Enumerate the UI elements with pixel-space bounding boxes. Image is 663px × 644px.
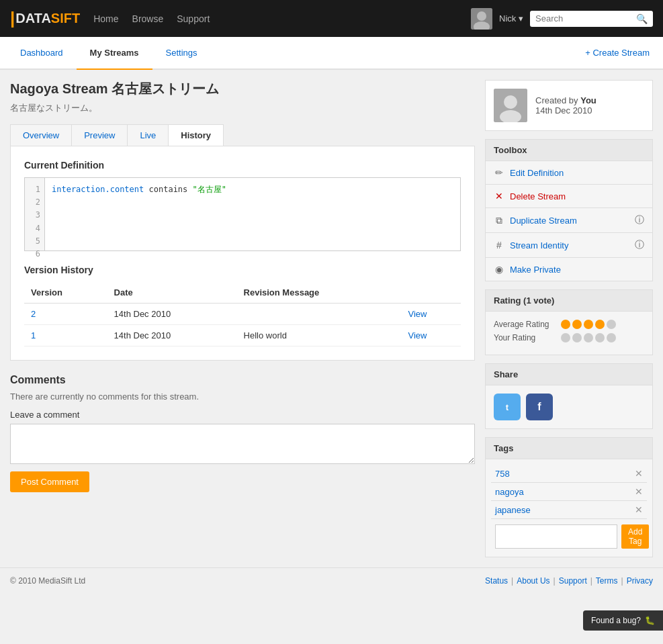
logo-bar: |: [10, 8, 15, 29]
tags-box: Tags 758 ✕ nagoya ✕ japanese ✕ Add Tag: [485, 437, 653, 557]
toolbox: Toolbox ✏ Edit Definition ✕ Delete Strea…: [485, 139, 653, 281]
tag-link-japanese[interactable]: japanese: [495, 505, 531, 515]
tab-history[interactable]: History: [169, 125, 223, 146]
footer-about[interactable]: About Us: [517, 576, 549, 586]
comment-input[interactable]: [10, 424, 475, 464]
tab-settings[interactable]: Settings: [152, 37, 211, 70]
avg-star-3[interactable]: [584, 320, 593, 329]
create-stream-button[interactable]: + Create Stream: [578, 37, 656, 68]
rating-box: Rating (1 vote) Average Rating Your Rati…: [485, 289, 653, 355]
tab-my-streams[interactable]: My Streams: [77, 37, 152, 70]
footer-links: Status | About Us | Support | Terms | Pr…: [485, 576, 653, 586]
col-date: Date: [107, 282, 237, 304]
avg-star-2[interactable]: [572, 320, 582, 329]
logo: | DATASIFT: [10, 8, 80, 29]
content-area: Current Definition 1 2 3 4 5 6 interacti…: [10, 146, 475, 361]
version-link-1[interactable]: 1: [31, 330, 36, 340]
avg-star-5[interactable]: [607, 320, 616, 329]
line-num-2: 2: [29, 196, 40, 209]
version-date-2: 14th Dec 2010: [107, 304, 237, 325]
logo-sift: SIFT: [51, 11, 80, 26]
facebook-share-button[interactable]: f: [526, 394, 553, 420]
duplicate-stream-button[interactable]: ⧉ Duplicate Stream ⓘ: [486, 208, 652, 233]
delete-stream-button[interactable]: ✕ Delete Stream: [486, 185, 652, 208]
make-private-button[interactable]: ◉ Make Private: [486, 258, 652, 281]
tags-header: Tags: [486, 438, 652, 459]
average-stars: [561, 320, 616, 329]
your-star-1[interactable]: [561, 333, 570, 342]
line-num-3: 3: [29, 209, 40, 222]
stream-identity-button[interactable]: # Stream Identity ⓘ: [486, 233, 652, 258]
tab-dashboard[interactable]: Dashboard: [7, 37, 77, 70]
tags-content: 758 ✕ nagoya ✕ japanese ✕ Add Tag: [486, 459, 652, 557]
duplicate-stream-label: Duplicate Stream: [510, 216, 635, 226]
tab-preview[interactable]: Preview: [72, 125, 128, 146]
creator-by: Created by You: [535, 95, 596, 105]
code-text: interaction.content: [52, 185, 144, 194]
tab-overview[interactable]: Overview: [11, 125, 72, 146]
page-subtitle: 名古屋なストリーム。: [10, 102, 475, 114]
post-comment-button[interactable]: Post Comment: [10, 471, 89, 492]
logo-data: DATA: [15, 11, 51, 26]
search-input[interactable]: [535, 13, 636, 24]
footer-privacy[interactable]: Privacy: [627, 576, 653, 586]
your-star-2[interactable]: [572, 333, 582, 342]
your-stars: [561, 333, 616, 342]
col-action: [401, 282, 461, 304]
make-private-label: Make Private: [510, 265, 644, 275]
average-rating-row: Average Rating: [494, 320, 644, 329]
user-menu[interactable]: Nick ▾: [499, 13, 523, 24]
version-message-1: Hello world: [237, 325, 402, 347]
left-panel: Nagoya Stream 名古屋ストリーム 名古屋なストリーム。 Overvi…: [10, 80, 475, 557]
avg-star-1[interactable]: [561, 320, 570, 329]
tag-item-japanese: japanese ✕: [491, 501, 647, 519]
footer-support[interactable]: Support: [559, 576, 587, 586]
tag-link-758[interactable]: 758: [495, 469, 510, 479]
nav-support[interactable]: Support: [177, 13, 210, 24]
x-icon: ✕: [494, 191, 504, 201]
tag-input[interactable]: [495, 524, 617, 549]
copyright: © 2010 MediaSift Ltd: [10, 576, 85, 586]
header: | DATASIFT Home Browse Support Nick ▾ 🔍: [0, 0, 663, 37]
footer: © 2010 MediaSift Ltd Status | About Us |…: [0, 567, 663, 594]
tag-remove-nagoya[interactable]: ✕: [635, 486, 643, 497]
col-revision: Revision Message: [237, 282, 402, 304]
version-message-2: [237, 304, 402, 325]
table-row: 1 14th Dec 2010 Hello world View: [24, 325, 461, 347]
version-table: Version Date Revision Message 2 14th Dec…: [24, 282, 461, 347]
your-rating-row: Your Rating: [494, 333, 644, 342]
facebook-icon: f: [537, 401, 541, 413]
code-content: interaction.content contains "名古屋": [45, 178, 233, 250]
your-star-3[interactable]: [584, 333, 593, 342]
your-star-5[interactable]: [607, 333, 616, 342]
twitter-share-button[interactable]: t: [494, 394, 521, 420]
edit-definition-button[interactable]: ✏ Edit Definition: [486, 161, 652, 185]
creator-info: Created by You 14th Dec 2010: [535, 95, 596, 116]
version-date-1: 14th Dec 2010: [107, 325, 237, 347]
search-button[interactable]: 🔍: [636, 13, 648, 24]
private-icon: ◉: [494, 264, 504, 275]
avg-star-4[interactable]: [595, 320, 605, 329]
creator-date: 14th Dec 2010: [535, 105, 596, 116]
view-version-2[interactable]: View: [408, 309, 427, 319]
svg-point-4: [504, 95, 517, 109]
table-row: 2 14th Dec 2010 View: [24, 304, 461, 325]
view-version-1[interactable]: View: [408, 330, 427, 340]
line-num-1: 1: [29, 183, 40, 196]
tag-remove-758[interactable]: ✕: [635, 468, 643, 479]
version-link-2[interactable]: 2: [31, 309, 36, 319]
rating-content: Average Rating Your Rating: [486, 312, 652, 355]
tag-remove-japanese[interactable]: ✕: [635, 504, 643, 515]
creator-avatar: [494, 89, 527, 122]
avatar: [471, 8, 492, 30]
tab-live[interactable]: Live: [128, 125, 169, 146]
tag-link-nagoya[interactable]: nagoya: [495, 487, 524, 497]
your-star-4[interactable]: [595, 333, 605, 342]
nav-home[interactable]: Home: [93, 13, 118, 24]
add-tag-button[interactable]: Add Tag: [621, 524, 649, 549]
footer-terms[interactable]: Terms: [596, 576, 618, 586]
version-history-label: Version History: [24, 265, 461, 275]
footer-status[interactable]: Status: [485, 576, 508, 586]
content-tabs: Overview Preview Live History: [10, 124, 224, 146]
nav-browse[interactable]: Browse: [132, 13, 164, 24]
